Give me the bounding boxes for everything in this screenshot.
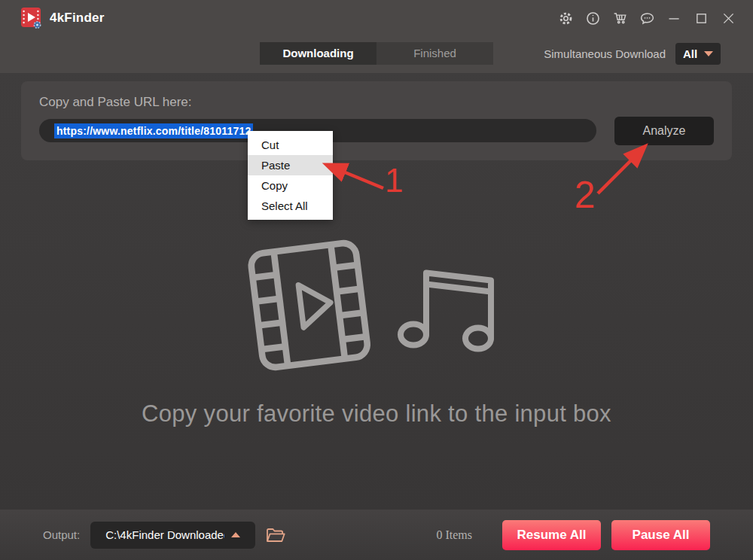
app-logo-icon: [20, 6, 43, 30]
bottom-bar: Output: C:\4kFinder Downloaded 0 Items R…: [0, 510, 753, 560]
settings-gear-icon[interactable]: [558, 11, 574, 26]
url-input-value: https://www.netflix.com/title/81011712: [54, 123, 253, 138]
app-title: 4kFinder: [50, 11, 104, 26]
tab-downloading[interactable]: Downloading: [260, 42, 376, 65]
main-content: Copy and Paste URL here: https://www.net…: [0, 73, 753, 510]
output-path-select[interactable]: C:\4kFinder Downloaded: [90, 522, 255, 549]
empty-state: Copy your favorite video link to the inp…: [0, 243, 753, 428]
simultaneous-download-select[interactable]: All: [675, 43, 721, 65]
music-note-icon: [391, 257, 504, 356]
chevron-down-icon: [704, 51, 713, 56]
simultaneous-download-group: Simultaneous Download All: [544, 42, 721, 65]
tab-row: Downloading Finished Simultaneous Downlo…: [0, 36, 753, 73]
open-folder-icon[interactable]: [266, 527, 285, 543]
chevron-up-icon: [231, 532, 240, 537]
titlebar-icons: [558, 0, 736, 36]
feedback-chat-icon[interactable]: [639, 11, 655, 26]
items-count: 0 Items: [436, 528, 472, 542]
info-icon[interactable]: [585, 11, 601, 26]
app-window: 4kFinder: [0, 0, 753, 560]
context-menu-item-paste[interactable]: Paste: [248, 155, 333, 175]
film-strip-icon: [242, 236, 376, 377]
url-panel: Copy and Paste URL here: https://www.net…: [21, 81, 732, 160]
url-label: Copy and Paste URL here:: [39, 95, 192, 110]
context-menu-item-cut[interactable]: Cut: [248, 135, 333, 155]
empty-hint-text: Copy your favorite video link to the inp…: [142, 400, 611, 428]
tab-finished[interactable]: Finished: [376, 42, 493, 65]
context-menu-item-copy[interactable]: Copy: [248, 175, 333, 196]
maximize-button[interactable]: [694, 11, 709, 26]
simultaneous-download-label: Simultaneous Download: [544, 47, 666, 60]
annotation-step-1: 1: [385, 162, 403, 199]
context-menu: Cut Paste Copy Select All: [248, 131, 333, 220]
empty-state-icons: [249, 243, 504, 370]
analyze-button[interactable]: Analyze: [614, 117, 714, 145]
output-label: Output:: [43, 528, 80, 541]
context-menu-item-select-all[interactable]: Select All: [248, 196, 333, 216]
annotation-step-2: 2: [575, 173, 596, 217]
titlebar: 4kFinder: [0, 0, 753, 36]
simultaneous-download-value: All: [683, 47, 697, 60]
close-button[interactable]: [721, 11, 736, 26]
pause-all-button[interactable]: Pause All: [611, 520, 710, 550]
output-path-value: C:\4kFinder Downloaded: [105, 528, 224, 541]
minimize-button[interactable]: [666, 11, 682, 26]
resume-all-button[interactable]: Resume All: [502, 520, 601, 550]
tabs: Downloading Finished: [260, 42, 493, 65]
store-cart-icon[interactable]: [612, 11, 628, 26]
